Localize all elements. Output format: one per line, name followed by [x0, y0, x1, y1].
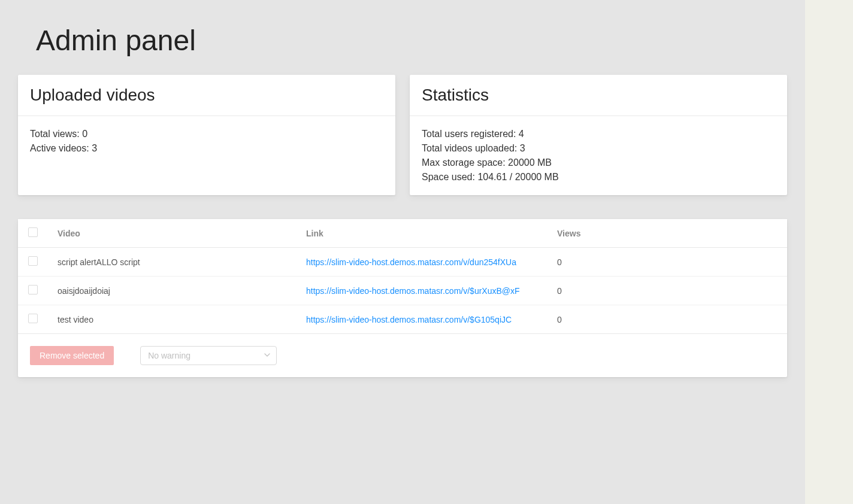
video-name-cell: script alertALLO script [48, 248, 297, 277]
video-name-cell: test video [48, 305, 297, 334]
header-link[interactable]: Link [297, 219, 548, 248]
cards-row: Uploaded videos Total views: 0 Active vi… [18, 75, 787, 219]
videos-table: Video Link Views script alertALLO script… [18, 219, 787, 334]
row-checkbox[interactable] [28, 256, 38, 266]
space-used-line: Space used: 104.61 / 20000 MB [422, 170, 775, 184]
uploaded-videos-title: Uploaded videos [30, 86, 383, 105]
video-views-cell: 0 [548, 277, 787, 305]
videos-table-card: Video Link Views script alertALLO script… [18, 219, 787, 377]
max-storage-value: 20000 MB [508, 157, 552, 168]
statistics-title: Statistics [422, 86, 775, 105]
space-used-value: 104.61 / 20000 MB [477, 172, 558, 182]
page-title: Admin panel [18, 0, 787, 75]
total-views-value: 0 [82, 129, 87, 139]
video-link[interactable]: https://slim-video-host.demos.matasr.com… [306, 315, 512, 324]
active-videos-value: 3 [92, 143, 97, 153]
video-link[interactable]: https://slim-video-host.demos.matasr.com… [306, 257, 516, 267]
table-row: test video https://slim-video-host.demos… [18, 305, 787, 334]
statistics-card: Statistics Total users registered: 4 Tot… [410, 75, 787, 195]
header-video[interactable]: Video [48, 219, 297, 248]
statistics-header: Statistics [410, 75, 787, 116]
total-users-label: Total users registered: [422, 129, 516, 139]
right-margin-strip [805, 0, 853, 504]
row-checkbox[interactable] [28, 314, 38, 323]
total-views-line: Total views: 0 [30, 127, 383, 141]
table-row: oaisjdoaijdoiaj https://slim-video-host.… [18, 277, 787, 305]
total-videos-label: Total videos uploaded: [422, 143, 517, 153]
max-storage-label: Max storage space: [422, 157, 506, 168]
space-used-label: Space used: [422, 172, 475, 182]
video-views-cell: 0 [548, 305, 787, 334]
active-videos-label: Active videos: [30, 143, 89, 153]
table-row: script alertALLO script https://slim-vid… [18, 248, 787, 277]
total-videos-value: 3 [520, 143, 525, 153]
header-checkbox-cell [18, 219, 48, 248]
total-videos-line: Total videos uploaded: 3 [422, 141, 775, 156]
warning-select[interactable]: No warning [140, 346, 277, 365]
row-checkbox[interactable] [28, 285, 38, 294]
header-views[interactable]: Views [548, 219, 787, 248]
table-footer: Remove selected No warning [18, 334, 787, 377]
warning-select-display: No warning [140, 346, 277, 365]
uploaded-videos-card: Uploaded videos Total views: 0 Active vi… [18, 75, 395, 195]
max-storage-line: Max storage space: 20000 MB [422, 156, 775, 170]
video-link[interactable]: https://slim-video-host.demos.matasr.com… [306, 286, 520, 296]
select-all-checkbox[interactable] [28, 227, 38, 237]
uploaded-videos-body: Total views: 0 Active videos: 3 [18, 116, 395, 166]
remove-selected-button[interactable]: Remove selected [30, 346, 114, 365]
video-name-cell: oaisjdoaijdoiaj [48, 277, 297, 305]
uploaded-videos-header: Uploaded videos [18, 75, 395, 116]
total-views-label: Total views: [30, 129, 80, 139]
total-users-line: Total users registered: 4 [422, 127, 775, 141]
video-views-cell: 0 [548, 248, 787, 277]
statistics-body: Total users registered: 4 Total videos u… [410, 116, 787, 195]
active-videos-line: Active videos: 3 [30, 141, 383, 156]
total-users-value: 4 [519, 129, 524, 139]
